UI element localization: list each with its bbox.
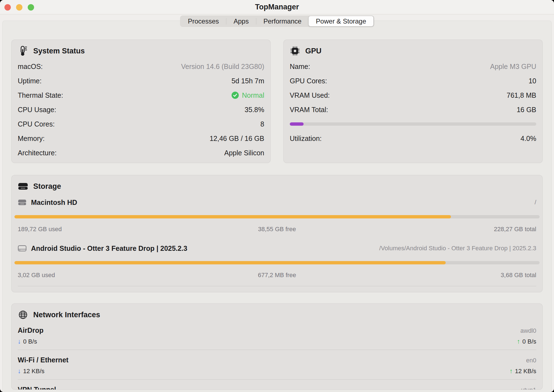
- vram-total-row: VRAM Total: 16 GB: [290, 102, 536, 117]
- uptime-row: Uptime: 5d 15h 7m: [18, 74, 264, 88]
- tab-processes[interactable]: Processes: [181, 16, 226, 26]
- system-status-title: System Status: [33, 47, 85, 55]
- vram-usage-bar: [290, 117, 536, 131]
- row-divider: [18, 350, 536, 350]
- gpu-cores-row: GPU Cores: 10: [290, 74, 536, 88]
- interface-name: VPN Tunnel: [18, 386, 56, 390]
- architecture-row: Architecture: Apple Silicon: [18, 146, 264, 160]
- macos-row: macOS: Version 14.6 (Build 23G80): [18, 59, 264, 74]
- app-window: TopManager Processes Apps Performance Po…: [0, 0, 554, 392]
- tab-performance[interactable]: Performance: [256, 16, 309, 26]
- free-label: 38,55 GB free: [191, 226, 363, 233]
- tab-power-storage[interactable]: Power & Storage: [309, 16, 373, 26]
- upload-speed: ↑ 12 KB/s: [509, 367, 536, 375]
- tab-apps[interactable]: Apps: [226, 16, 256, 26]
- internal-drive-icon: [18, 182, 28, 190]
- volume-usage-fill: [14, 215, 451, 218]
- network-interfaces-panel: Network Interfaces AirDrop awdl0 ↓ 0 B/s…: [11, 303, 543, 390]
- globe-icon: [18, 310, 28, 319]
- close-window-button[interactable]: [4, 4, 11, 11]
- volume-mount-point: /: [535, 199, 536, 206]
- interface-id: en0: [526, 357, 536, 364]
- upload-arrow-icon: ↑: [517, 338, 520, 345]
- main-content: System Status macOS: Version 14.6 (Build…: [2, 20, 552, 392]
- total-label: 3,68 GB total: [363, 272, 536, 279]
- storage-title: Storage: [33, 182, 61, 191]
- gpu-panel: GPU Name: Apple M3 GPU GPU Cores: 10 VRA…: [283, 40, 543, 163]
- vram-used-row: VRAM Used: 761,8 MB: [290, 88, 536, 102]
- window-controls: [4, 0, 34, 14]
- volume-name: Android Studio - Otter 3 Feature Drop | …: [31, 244, 375, 252]
- interface-row-vpn-tunnel: VPN Tunnel utun1: [18, 386, 536, 390]
- cpu-cores-row: CPU Cores: 8: [18, 117, 264, 131]
- volume-name: Macintosh HD: [31, 198, 530, 207]
- volume-row-macintosh-hd: Macintosh HD /: [18, 196, 536, 208]
- used-label: 3,02 GB used: [18, 272, 191, 279]
- interface-name: AirDrop: [18, 326, 43, 334]
- external-drive-icon: [18, 245, 27, 252]
- storage-panel: Storage Macintosh HD /: [11, 175, 543, 292]
- tab-bar: Processes Apps Performance Power & Stora…: [180, 16, 374, 27]
- window-title: TopManager: [0, 3, 554, 11]
- gpu-name-row: Name: Apple M3 GPU: [290, 59, 536, 74]
- row-divider: [18, 286, 536, 286]
- volume-mount-point: /Volumes/Android Studio - Otter 3 Featur…: [379, 245, 536, 252]
- download-arrow-icon: ↓: [18, 338, 21, 345]
- gpu-utilization-row: Utilization: 4.0%: [290, 131, 536, 146]
- volume-usage-bar: [14, 261, 540, 264]
- interface-row-wifi-ethernet: Wi-Fi / Ethernet en0 ↓ 12 KB/s ↑ 12 KB/s: [18, 356, 536, 380]
- thermal-state-row: Thermal State: Normal: [18, 88, 264, 102]
- vram-usage-fill: [290, 122, 304, 126]
- thermal-status-badge: Normal: [231, 91, 264, 99]
- download-speed: ↓ 12 KB/s: [18, 367, 45, 375]
- zoom-window-button[interactable]: [28, 4, 34, 11]
- volume-stats: 189,72 GB used 38,55 GB free 228,27 GB t…: [18, 226, 536, 233]
- cpu-usage-row: CPU Usage: 35.8%: [18, 102, 264, 117]
- upload-speed: ↑ 0 B/s: [517, 338, 536, 345]
- titlebar: TopManager: [0, 0, 554, 14]
- volume-row-android-studio: Android Studio - Otter 3 Feature Drop | …: [18, 242, 536, 254]
- download-arrow-icon: ↓: [18, 367, 21, 375]
- internal-drive-icon: [18, 199, 27, 206]
- upload-arrow-icon: ↑: [509, 367, 513, 375]
- interface-name: Wi-Fi / Ethernet: [18, 356, 68, 364]
- interface-row-airdrop: AirDrop awdl0 ↓ 0 B/s ↑ 0 B/s: [18, 326, 536, 350]
- minimize-window-button[interactable]: [16, 4, 22, 11]
- volume-usage-fill: [14, 261, 446, 264]
- total-label: 228,27 GB total: [363, 226, 536, 233]
- interface-id: awdl0: [520, 327, 536, 334]
- free-label: 677,2 MB free: [191, 272, 363, 279]
- check-circle-icon: [231, 91, 239, 99]
- gpu-title: GPU: [305, 47, 322, 55]
- interface-id: utun1: [521, 386, 536, 390]
- thermometer-icon: [18, 46, 28, 56]
- network-interfaces-title: Network Interfaces: [33, 311, 100, 319]
- volume-usage-bar: [14, 215, 540, 218]
- memory-row: Memory: 12,46 GB / 16 GB: [18, 131, 264, 146]
- system-status-panel: System Status macOS: Version 14.6 (Build…: [11, 40, 271, 163]
- row-divider: [18, 379, 536, 380]
- download-speed: ↓ 0 B/s: [18, 338, 37, 345]
- volume-stats: 3,02 GB used 677,2 MB free 3,68 GB total: [18, 272, 536, 279]
- cpu-chip-icon: [290, 46, 300, 56]
- used-label: 189,72 GB used: [18, 226, 191, 233]
